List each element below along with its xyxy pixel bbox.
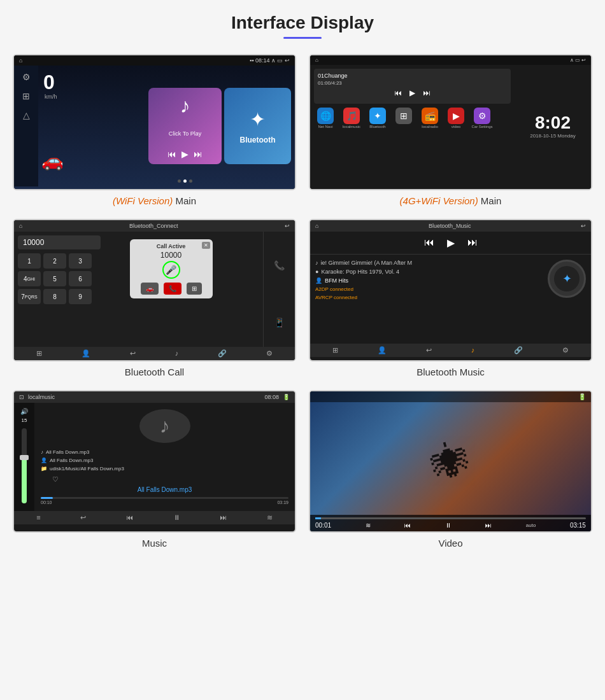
s3-number-display: 10000 bbox=[18, 235, 101, 249]
s4-player-controls: ⏮ ▶ ⏭ bbox=[310, 232, 591, 255]
s5-time-row: 00:10 03:19 bbox=[41, 500, 288, 505]
apps-icon[interactable]: ⊞ bbox=[22, 91, 30, 101]
s5-topbar-label: localmusic bbox=[28, 394, 55, 400]
s5-progress-bar-container: 00:10 03:19 bbox=[41, 497, 288, 505]
settings-icon[interactable]: ⚙ bbox=[22, 72, 31, 82]
app-localradio[interactable]: 📻 localradio bbox=[418, 108, 441, 129]
s4-nav-recent[interactable]: ↩ bbox=[426, 346, 432, 354]
s3-nav-music[interactable]: ♪ bbox=[175, 349, 179, 358]
s6-progress-track[interactable] bbox=[315, 517, 586, 519]
call-active-popup: ✕ Call Active 10000 🎤 🚗 📞 ⊞ bbox=[130, 239, 213, 298]
key-5[interactable]: 5 bbox=[43, 271, 66, 286]
s2-play[interactable]: ▶ bbox=[409, 88, 415, 97]
app-localmusic[interactable]: 🎵 localmusic bbox=[340, 108, 363, 129]
prev-icon[interactable]: ⏮ bbox=[167, 149, 176, 159]
s1-caption: (WiFi Version) Main bbox=[113, 195, 196, 206]
s2-duration: 01:00/4:23 bbox=[318, 80, 507, 86]
volume-number: 15 bbox=[22, 417, 27, 423]
localmusic-label: localmusic bbox=[343, 125, 360, 129]
bluetooth-app-label: Bluetooth bbox=[369, 125, 385, 129]
key-8[interactable]: 8 bbox=[43, 289, 66, 304]
key-7[interactable]: 7PQRS bbox=[18, 289, 41, 304]
key-3[interactable]: 3 bbox=[69, 253, 92, 269]
s4-nav-link[interactable]: 🔗 bbox=[514, 346, 523, 354]
s4-nav-dialpad[interactable]: ⊞ bbox=[332, 346, 338, 354]
end-call-btn[interactable]: 📞 bbox=[164, 283, 182, 295]
video-icon: ▶ bbox=[448, 108, 464, 124]
s3-nav-recent[interactable]: ↩ bbox=[130, 349, 136, 358]
music-card[interactable]: ♪ Click To Play ⏮ ▶ ⏭ bbox=[148, 88, 222, 164]
next-icon[interactable]: ⏭ bbox=[194, 149, 203, 159]
s2-caption: (4G+WiFi Version) Main bbox=[400, 195, 502, 206]
localmusic-icon: 🎵 bbox=[343, 108, 360, 124]
mic-icon[interactable]: 🎤 bbox=[162, 261, 180, 279]
s5-nav-repeat[interactable]: ↩ bbox=[80, 514, 86, 522]
s3-back-icon[interactable]: ↩ bbox=[285, 223, 290, 229]
s3-nav-settings[interactable]: ⚙ bbox=[266, 349, 273, 358]
s5-body: 🔊 15 ♪ ♪ All Falls Down.mp3 bbox=[14, 403, 295, 511]
s5-nav-eq[interactable]: ≋ bbox=[267, 514, 273, 522]
s5-time-total: 03:19 bbox=[277, 500, 288, 505]
play-icon[interactable]: ▶ bbox=[182, 149, 189, 159]
s6-progress-fill bbox=[315, 517, 321, 519]
key-9[interactable]: 9 bbox=[69, 289, 92, 304]
s6-prev-icon[interactable]: ⏮ bbox=[404, 522, 411, 529]
s3-nav-dialpad[interactable]: ⊞ bbox=[36, 349, 42, 358]
key-6[interactable]: 6 bbox=[69, 271, 92, 286]
dot1 bbox=[178, 179, 181, 183]
s4-nav-music[interactable]: ♪ bbox=[471, 346, 475, 354]
s3-nav-contacts[interactable]: 👤 bbox=[82, 349, 90, 358]
s6-video-background: 🕷 bbox=[310, 391, 591, 531]
video-content: 🕷 bbox=[427, 435, 475, 487]
car-btn[interactable]: 🚗 bbox=[141, 283, 159, 295]
phone2-icon[interactable]: 📱 bbox=[274, 318, 285, 328]
s5-progress-track[interactable] bbox=[41, 497, 288, 499]
s6-next-icon[interactable]: ⏭ bbox=[485, 522, 492, 529]
call-active-title: Call Active bbox=[136, 243, 206, 249]
bluetooth-card[interactable]: ✦ Bluetooth bbox=[224, 88, 291, 164]
s5-nav-prev[interactable]: ⏮ bbox=[126, 514, 133, 522]
app-netnavi[interactable]: 🌐 Net Navi bbox=[314, 108, 337, 129]
app-bluetooth[interactable]: ✦ Bluetooth bbox=[366, 108, 389, 129]
s5-nav-list[interactable]: ≡ bbox=[36, 514, 40, 522]
bluetooth-app-icon: ✦ bbox=[369, 108, 386, 124]
music-note-icon: ♪ bbox=[180, 94, 190, 118]
s3-nav-link[interactable]: 🔗 bbox=[218, 349, 227, 358]
key-1[interactable]: 1 bbox=[18, 253, 41, 269]
app-grid[interactable]: ⊞ bbox=[392, 108, 415, 129]
s4-next[interactable]: ⏭ bbox=[467, 237, 478, 249]
s6-pause-icon[interactable]: ⏸ bbox=[445, 522, 452, 529]
netnavi-label: Net Navi bbox=[318, 125, 332, 129]
app-video[interactable]: ▶ video bbox=[445, 108, 467, 129]
s2-prev[interactable]: ⏮ bbox=[394, 88, 402, 97]
s2-caption-colored: (4G+WiFi Version) bbox=[400, 195, 478, 206]
s5-track3: 📁 udisk1/Music/All Falls Down.mp3 bbox=[41, 465, 288, 473]
s2-topbar: ⌂ ∧ ▭ ↩ bbox=[310, 55, 591, 65]
volume-slider[interactable] bbox=[22, 428, 27, 503]
speed-display: 0 bbox=[43, 71, 55, 94]
s5-track1: ♪ All Falls Down.mp3 bbox=[41, 448, 288, 456]
s5-nav-next[interactable]: ⏭ bbox=[220, 514, 227, 522]
s1-main-area: 0 km/h 🚗 ♪ Click To Play ⏮ ▶ ⏭ bbox=[38, 66, 295, 186]
s4-prev[interactable]: ⏮ bbox=[424, 237, 434, 249]
page-title: Interface Display bbox=[13, 13, 592, 33]
phone-icon[interactable]: 📞 bbox=[274, 260, 285, 270]
s5-heart-icon[interactable]: ♡ bbox=[52, 475, 288, 484]
s6-eq-icon[interactable]: ≋ bbox=[366, 522, 371, 529]
s2-next[interactable]: ⏭ bbox=[423, 88, 431, 97]
s4-nav-settings[interactable]: ⚙ bbox=[562, 346, 569, 354]
s4-topbar-label: Bluetooth_Music bbox=[429, 223, 471, 229]
key-2[interactable]: 2 bbox=[43, 253, 66, 269]
screen-4g-main: ⌂ ∧ ▭ ↩ 01Chuange 01:00/4:23 ⏮ ▶ ⏭ bbox=[309, 54, 592, 190]
s3-topbar: ⌂ Bluetooth_Connect ↩ bbox=[14, 220, 295, 232]
popup-close-icon[interactable]: ✕ bbox=[202, 242, 210, 249]
nav-icon[interactable]: △ bbox=[23, 110, 30, 120]
app-carsettings[interactable]: ⚙ Car Settings bbox=[471, 108, 494, 129]
key-4[interactable]: 4GHI bbox=[18, 271, 41, 286]
keypad-btn[interactable]: ⊞ bbox=[187, 283, 202, 295]
s4-back-icon[interactable]: ↩ bbox=[581, 223, 586, 229]
s4-play[interactable]: ▶ bbox=[447, 237, 455, 249]
s4-nav-contacts[interactable]: 👤 bbox=[378, 346, 387, 354]
grid-icon: ⊞ bbox=[395, 108, 412, 124]
s5-nav-pause[interactable]: ⏸ bbox=[173, 514, 180, 522]
